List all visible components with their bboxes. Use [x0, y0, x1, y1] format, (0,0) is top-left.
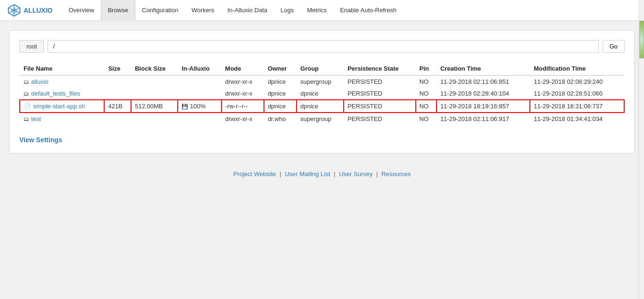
folder-icon: 🗂 — [24, 79, 29, 85]
nav-items: Overview Browse Configuration Workers In… — [62, 0, 403, 20]
main-content: root Go File Name Size Block Size In-All… — [0, 21, 644, 163]
cell-creation: 11-29-2018 18:19:16:857 — [437, 100, 530, 113]
cell-size: 421B — [104, 100, 131, 113]
hdd-icon: 💾 — [182, 104, 188, 110]
cell-modification: 11-29-2018 02:28:51:060 — [530, 88, 624, 100]
table-row: 🗂default_tests_files drwxr-xr-x dpnice d… — [20, 88, 624, 100]
cell-pin: NO — [416, 113, 437, 125]
alluxio-logo-icon — [8, 4, 21, 17]
navbar: ALLUXIO Overview Browse Configuration Wo… — [0, 0, 644, 21]
cell-persistence: PERSISTED — [344, 100, 415, 113]
logo[interactable]: ALLUXIO — [8, 4, 52, 17]
path-input[interactable] — [48, 40, 598, 53]
cell-group: dpnice — [297, 88, 344, 100]
col-owner: Owner — [264, 62, 297, 75]
cell-owner: dpnice — [264, 75, 297, 88]
cell-modification: 11-29-2018 02:06:29:240 — [530, 75, 624, 88]
col-filename: File Name — [20, 62, 104, 75]
cell-persistence: PERSISTED — [344, 113, 415, 125]
col-group: Group — [297, 62, 344, 75]
brand-name: ALLUXIO — [24, 7, 52, 14]
file-link[interactable]: simple-start-app.sh — [33, 103, 85, 110]
footer-resources[interactable]: Resources — [381, 170, 411, 178]
cell-pin: NO — [416, 100, 437, 113]
file-link[interactable]: test — [31, 115, 41, 122]
cell-persistence: PERSISTED — [344, 88, 415, 100]
nav-metrics[interactable]: Metrics — [300, 0, 333, 21]
col-inalluxio: In-Alluxio — [178, 62, 221, 75]
footer-project-website[interactable]: Project Website — [233, 170, 276, 178]
cell-filename: 🗂default_tests_files — [20, 88, 104, 100]
cell-blocksize — [131, 113, 178, 125]
view-settings-section: View Settings — [19, 136, 625, 144]
table-row: 🗂test drwxr-xr-x dr.who supergroup PERSI… — [20, 113, 624, 125]
footer-user-survey[interactable]: User Survey — [339, 170, 373, 178]
col-size: Size — [104, 62, 131, 75]
nav-browse[interactable]: Browse — [101, 0, 135, 21]
cell-mode: drwxr-xr-x — [222, 75, 264, 88]
cell-size — [104, 113, 131, 125]
col-pin: Pin — [416, 62, 437, 75]
scrollbar-thumb[interactable] — [639, 21, 644, 58]
nav-overview[interactable]: Overview — [62, 0, 100, 21]
table-row: 📄simple-start-app.sh 421B 512.00MB 💾 100… — [20, 100, 624, 113]
brand: ALLUXIO — [8, 4, 52, 17]
cell-filename: 🗂alluxio — [20, 75, 104, 88]
nav-in-alluxio-data[interactable]: In-Alluxio Data — [221, 0, 274, 21]
footer-sep-2: | — [334, 170, 335, 178]
col-blocksize: Block Size — [131, 62, 178, 75]
nav-workers[interactable]: Workers — [185, 0, 221, 21]
nav-configuration[interactable]: Configuration — [135, 0, 185, 21]
footer: Project Website | User Mailing List | Us… — [0, 163, 644, 185]
footer-sep-1: | — [280, 170, 281, 178]
cell-creation: 11-29-2018 02:11:06:851 — [437, 75, 530, 88]
table-header-row: File Name Size Block Size In-Alluxio Mod… — [20, 62, 624, 75]
content-box: root Go File Name Size Block Size In-All… — [9, 30, 635, 154]
cell-blocksize — [131, 75, 178, 88]
cell-size — [104, 75, 131, 88]
cell-pin: NO — [416, 88, 437, 100]
cell-owner: dpnice — [264, 100, 297, 113]
file-icon: 📄 — [24, 103, 31, 110]
cell-filename: 🗂test — [20, 113, 104, 125]
cell-pin: NO — [416, 75, 437, 88]
cell-creation: 11-29-2018 02:11:06:917 — [437, 113, 530, 125]
root-button[interactable]: root — [19, 40, 44, 53]
cell-mode: -rw-r--r-- — [222, 100, 264, 113]
footer-sep-3: | — [376, 170, 378, 178]
go-button[interactable]: Go — [603, 40, 625, 53]
nav-logs[interactable]: Logs — [274, 0, 300, 21]
cell-modification: 11-29-2018 18:31:08:737 — [530, 100, 624, 113]
cell-persistence: PERSISTED — [344, 75, 415, 88]
cell-inalluxio — [178, 88, 221, 100]
cell-filename: 📄simple-start-app.sh — [20, 100, 104, 113]
cell-group: supergroup — [297, 75, 344, 88]
folder-icon: 🗂 — [24, 90, 29, 97]
cell-blocksize — [131, 88, 178, 100]
cell-inalluxio: 💾 100% — [178, 100, 221, 113]
nav-enable-auto-refresh[interactable]: Enable Auto-Refresh — [333, 0, 403, 21]
col-mode: Mode — [222, 62, 264, 75]
cell-owner: dpnice — [264, 88, 297, 100]
file-link[interactable]: alluxio — [31, 78, 49, 85]
cell-mode: drwxr-xr-x — [222, 88, 264, 100]
file-table: File Name Size Block Size In-Alluxio Mod… — [19, 62, 625, 125]
view-settings-link[interactable]: View Settings — [19, 136, 62, 144]
cell-blocksize: 512.00MB — [131, 100, 178, 113]
cell-group: supergroup — [297, 113, 344, 125]
cell-modification: 11-29-2018 01:34:41:034 — [530, 113, 624, 125]
col-persistence: Persistence State — [344, 62, 415, 75]
scrollbar[interactable] — [638, 0, 644, 185]
file-link[interactable]: default_tests_files — [31, 90, 80, 97]
cell-size — [104, 88, 131, 100]
footer-user-mailing-list[interactable]: User Mailing List — [285, 170, 330, 178]
cell-creation: 11-29-2018 02:28:40:104 — [437, 88, 530, 100]
cell-group: dpnice — [297, 100, 344, 113]
folder-icon: 🗂 — [24, 116, 29, 122]
table-row: 🗂alluxio drwxr-xr-x dpnice supergroup PE… — [20, 75, 624, 88]
cell-inalluxio — [178, 75, 221, 88]
cell-mode: drwxr-xr-x — [222, 113, 264, 125]
path-bar: root Go — [19, 40, 625, 53]
col-creation: Creation Time — [437, 62, 530, 75]
col-modification: Modification Time — [530, 62, 624, 75]
